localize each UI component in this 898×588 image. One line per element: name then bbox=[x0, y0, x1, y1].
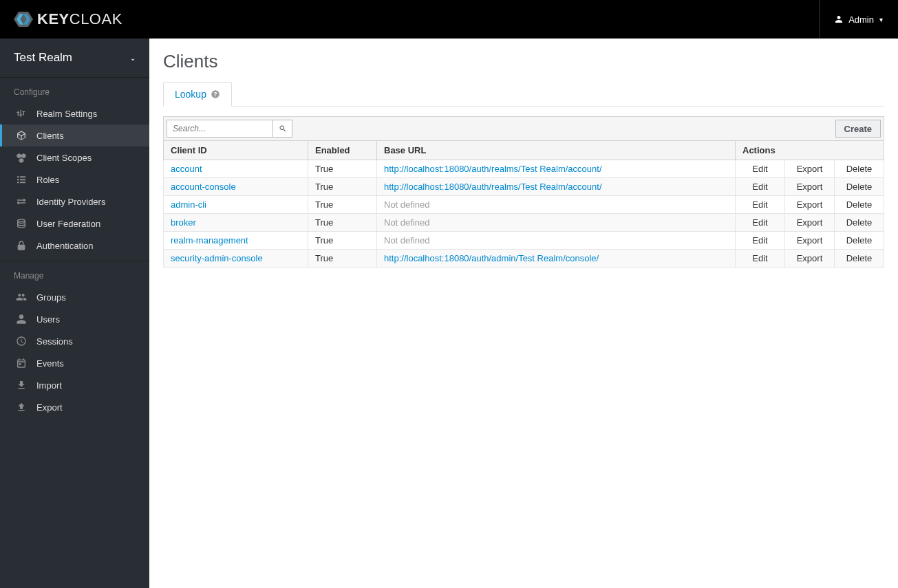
cell-enabled: True bbox=[308, 214, 377, 232]
export-button[interactable]: Export bbox=[785, 160, 835, 178]
search-icon bbox=[279, 124, 287, 133]
chevron-down-icon: ▾ bbox=[879, 16, 883, 23]
create-button[interactable]: Create bbox=[835, 120, 881, 138]
nav-item-import[interactable]: Import bbox=[0, 374, 149, 396]
main-content: Clients Lookup ? Create Client ID Enable… bbox=[149, 39, 898, 588]
nav-item-users[interactable]: Users bbox=[0, 308, 149, 330]
chevron-down-icon: ⌄ bbox=[130, 54, 136, 62]
edit-button[interactable]: Edit bbox=[736, 214, 785, 232]
help-icon[interactable]: ? bbox=[211, 89, 220, 99]
client-id-link[interactable]: broker bbox=[171, 217, 196, 228]
cell-enabled: True bbox=[308, 178, 377, 196]
client-id-link[interactable]: realm-management bbox=[171, 235, 248, 246]
nav-item-label: User Federation bbox=[36, 219, 100, 229]
brand-logo[interactable]: KEYCLOAK bbox=[14, 10, 122, 29]
base-url-link[interactable]: http://localhost:18080/auth/admin/Test R… bbox=[384, 253, 599, 263]
cell-baseurl-notdefined: Not defined bbox=[377, 232, 736, 250]
nav-item-roles[interactable]: Roles bbox=[0, 168, 149, 190]
tab-lookup[interactable]: Lookup ? bbox=[163, 82, 232, 107]
group-icon bbox=[16, 292, 27, 303]
table-row: brokerTrueNot definedEditExportDelete bbox=[164, 214, 884, 232]
export-button[interactable]: Export bbox=[785, 196, 835, 214]
user-menu-label: Admin bbox=[848, 14, 874, 25]
table-row: account-consoleTruehttp://localhost:1808… bbox=[164, 178, 884, 196]
edit-button[interactable]: Edit bbox=[736, 232, 785, 250]
nav-item-label: Users bbox=[36, 314, 60, 325]
section-header-manage: Manage bbox=[0, 261, 149, 286]
nav-item-events[interactable]: Events bbox=[0, 352, 149, 374]
sliders-icon bbox=[16, 108, 27, 119]
nav-item-label: Client Scopes bbox=[36, 153, 92, 163]
nav-item-sessions[interactable]: Sessions bbox=[0, 330, 149, 352]
col-header-actions: Actions bbox=[736, 141, 884, 160]
export-button[interactable]: Export bbox=[785, 232, 835, 250]
export-button[interactable]: Export bbox=[785, 214, 835, 232]
edit-button[interactable]: Edit bbox=[736, 250, 785, 268]
nav-item-label: Import bbox=[36, 380, 62, 391]
list-icon bbox=[16, 174, 27, 185]
table-row: security-admin-consoleTruehttp://localho… bbox=[164, 250, 884, 268]
search-button[interactable] bbox=[273, 120, 292, 138]
user-icon bbox=[835, 15, 843, 23]
export-icon bbox=[16, 402, 27, 413]
section-header-configure: Configure bbox=[0, 78, 149, 102]
edit-button[interactable]: Edit bbox=[736, 178, 785, 196]
edit-button[interactable]: Edit bbox=[736, 196, 785, 214]
cell-enabled: True bbox=[308, 196, 377, 214]
nav-item-export[interactable]: Export bbox=[0, 396, 149, 418]
nav-item-groups[interactable]: Groups bbox=[0, 286, 149, 308]
keycloak-hexagon-icon bbox=[14, 10, 33, 29]
topbar: KEYCLOAK Admin ▾ bbox=[0, 0, 898, 39]
nav-item-label: Realm Settings bbox=[36, 109, 97, 119]
col-header-enabled: Enabled bbox=[308, 141, 377, 160]
clock-icon bbox=[16, 336, 27, 347]
client-id-link[interactable]: admin-cli bbox=[171, 199, 206, 210]
client-id-link[interactable]: account bbox=[171, 164, 202, 174]
tab-lookup-label: Lookup bbox=[175, 89, 206, 100]
base-url-link[interactable]: http://localhost:18080/auth/realms/Test … bbox=[384, 182, 602, 192]
cell-enabled: True bbox=[308, 232, 377, 250]
delete-button[interactable]: Delete bbox=[835, 232, 884, 250]
nav-item-label: Roles bbox=[36, 175, 59, 185]
nav-item-client-scopes[interactable]: Client Scopes bbox=[0, 146, 149, 168]
search-input[interactable] bbox=[167, 120, 273, 138]
nav-item-label: Identity Providers bbox=[36, 197, 105, 207]
base-url-link[interactable]: http://localhost:18080/auth/realms/Test … bbox=[384, 164, 602, 174]
table-row: realm-managementTrueNot definedEditExpor… bbox=[164, 232, 884, 250]
cell-baseurl-notdefined: Not defined bbox=[377, 214, 736, 232]
col-header-clientid: Client ID bbox=[164, 141, 308, 160]
brand-text: KEYCLOAK bbox=[37, 10, 122, 28]
page-title: Clients bbox=[163, 51, 884, 72]
delete-button[interactable]: Delete bbox=[835, 196, 884, 214]
cube-icon bbox=[16, 130, 27, 141]
nav-item-user-federation[interactable]: User Federation bbox=[0, 213, 149, 235]
nav-item-label: Sessions bbox=[36, 336, 73, 347]
svg-text:?: ? bbox=[213, 91, 217, 98]
export-button[interactable]: Export bbox=[785, 250, 835, 268]
nav-item-clients[interactable]: Clients bbox=[0, 124, 149, 146]
import-icon bbox=[16, 380, 27, 391]
nav-item-realm-settings[interactable]: Realm Settings bbox=[0, 102, 149, 124]
nav-item-label: Export bbox=[36, 402, 63, 413]
delete-button[interactable]: Delete bbox=[835, 214, 884, 232]
edit-button[interactable]: Edit bbox=[736, 160, 785, 178]
delete-button[interactable]: Delete bbox=[835, 160, 884, 178]
client-id-link[interactable]: account-console bbox=[171, 182, 236, 192]
realm-selector[interactable]: Test Realm ⌄ bbox=[0, 39, 149, 78]
export-button[interactable]: Export bbox=[785, 178, 835, 196]
user-menu[interactable]: Admin ▾ bbox=[819, 0, 898, 39]
cell-enabled: True bbox=[308, 250, 377, 268]
nav-item-label: Authentication bbox=[36, 241, 93, 251]
nav-item-label: Events bbox=[36, 358, 64, 369]
nav-item-identity-providers[interactable]: Identity Providers bbox=[0, 190, 149, 213]
delete-button[interactable]: Delete bbox=[835, 178, 884, 196]
cell-baseurl-notdefined: Not defined bbox=[377, 196, 736, 214]
delete-button[interactable]: Delete bbox=[835, 250, 884, 268]
realm-name: Test Realm bbox=[14, 51, 72, 65]
database-icon bbox=[16, 218, 27, 229]
table-row: accountTruehttp://localhost:18080/auth/r… bbox=[164, 160, 884, 178]
calendar-icon bbox=[16, 358, 27, 369]
toolbar: Create bbox=[163, 116, 884, 141]
nav-item-authentication[interactable]: Authentication bbox=[0, 235, 149, 257]
client-id-link[interactable]: security-admin-console bbox=[171, 253, 263, 263]
